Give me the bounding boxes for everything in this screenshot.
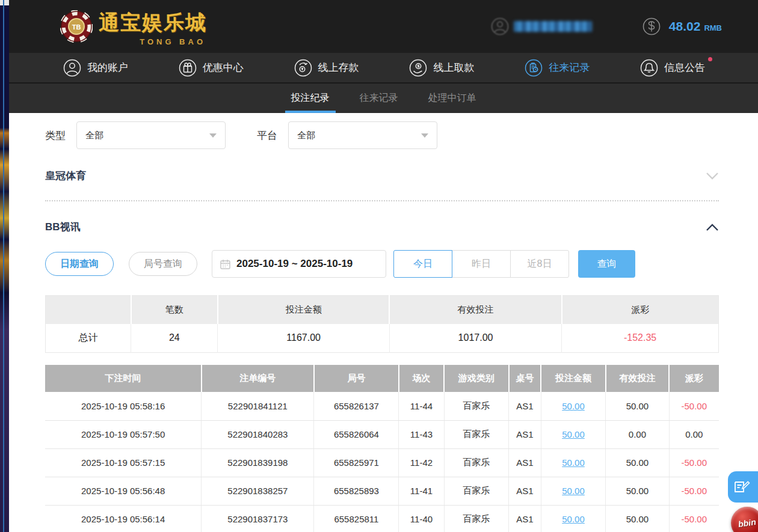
feedback-edit-button[interactable] (728, 471, 758, 503)
summary-bet-amount: 1167.00 (218, 324, 389, 353)
chevron-up-icon[interactable] (706, 223, 719, 231)
quick-range-group: 今日 昨日 近8日 (393, 250, 569, 278)
table-row: 2025-10-19 05:56:48522901838257655825893… (45, 477, 719, 505)
chevron-down-icon[interactable] (706, 172, 719, 180)
deposit-icon (294, 59, 312, 77)
page-root: TB 通宝娱乐城 TONG BAO 48.02 RMB (9, 0, 758, 532)
summary-valid-bet: 1017.00 (389, 324, 561, 353)
bet-amount-link[interactable]: 50.00 (562, 457, 585, 468)
col-round-id: 局号 (314, 365, 399, 392)
nav-item-deposit[interactable]: 线上存款 (294, 59, 359, 77)
summary-header-count: 笔数 (131, 296, 218, 324)
today-button[interactable]: 今日 (393, 250, 452, 278)
brand-name: 通宝娱乐城 (99, 9, 207, 37)
edit-note-icon (733, 478, 750, 495)
main-nav: 我的账户 优惠中心 线上存款 (9, 53, 758, 82)
col-game-type: 游戏类别 (444, 365, 509, 392)
gift-icon (179, 59, 197, 77)
section-title: BB视讯 (45, 220, 81, 234)
summary-header-blank (46, 296, 131, 324)
summary-header-payout: 派彩 (562, 296, 719, 324)
type-select[interactable]: 全部 (76, 121, 226, 149)
balance-amount: 48.02 (669, 19, 701, 34)
tab-pending-orders[interactable]: 处理中订单 (422, 84, 482, 113)
query-bar: 日期查询 局号查询 2025-10-19 ~ 2025-10-19 今日 昨日 … (45, 250, 719, 278)
bet-amount-link[interactable]: 50.00 (562, 429, 585, 439)
summary-total-label: 总计 (46, 324, 131, 353)
bbin-logo: bbin (738, 517, 756, 529)
nav-item-records[interactable]: 往来记录 (525, 59, 590, 77)
platform-select[interactable]: 全部 (288, 121, 437, 149)
section-bb-video[interactable]: BB视讯 (45, 220, 719, 234)
calendar-icon (220, 259, 230, 269)
brand-latin: TONG BAO (140, 37, 206, 46)
search-button[interactable]: 查询 (578, 250, 635, 278)
date-range-input[interactable]: 2025-10-19 ~ 2025-10-19 (212, 250, 386, 278)
platform-filter-label: 平台 (257, 129, 277, 142)
type-filter-label: 类型 (45, 129, 66, 142)
account-icon (63, 59, 81, 77)
bet-amount-link[interactable]: 50.00 (562, 401, 585, 411)
filter-row: 类型 全部 平台 全部 (45, 121, 719, 149)
bet-records-body: 2025-10-19 05:58:16522901841121655826137… (45, 392, 719, 532)
nav-item-my-account[interactable]: 我的账户 (63, 59, 128, 77)
bet-records-table: 下注时间 注单编号 局号 场次 游戏类别 桌号 投注金额 有效投注 派彩 202… (45, 365, 719, 532)
recent-8-days-button[interactable]: 近8日 (510, 250, 569, 278)
nav-item-promotions[interactable]: 优惠中心 (179, 59, 244, 77)
records-icon (525, 59, 543, 77)
section-crown-sports[interactable]: 皇冠体育 (45, 169, 719, 183)
table-row: 2025-10-19 05:58:16522901841121655826137… (45, 392, 719, 420)
notification-dot (708, 57, 712, 61)
username-blurred (514, 21, 592, 32)
summary-count: 24 (131, 324, 218, 353)
tab-bet-records[interactable]: 投注纪录 (285, 84, 336, 113)
content: 类型 全部 平台 全部 皇冠体育 BB视讯 日期查询 局号查询 (9, 113, 758, 532)
col-session: 场次 (399, 365, 444, 392)
section-title: 皇冠体育 (45, 169, 86, 183)
brand-logo[interactable]: TB 通宝娱乐城 TONG BAO (60, 9, 207, 44)
summary-table: 笔数 投注金额 有效投注 派彩 总计 24 1167.00 1017.00 -1… (45, 295, 719, 353)
table-row: 2025-10-19 05:56:14522901837173655825811… (45, 505, 719, 532)
record-tabs: 投注纪录 往来记录 处理中订单 (9, 82, 758, 113)
balance: 48.02 RMB (669, 19, 722, 34)
nav-item-announcements[interactable]: 信息公告 (640, 59, 705, 77)
date-query-button[interactable]: 日期查询 (45, 252, 114, 276)
top-header: TB 通宝娱乐城 TONG BAO 48.02 RMB (9, 0, 758, 53)
withdraw-icon (409, 59, 427, 77)
background-page-sliver (0, 0, 9, 532)
balance-currency: RMB (704, 23, 722, 32)
col-bet-time: 下注时间 (45, 365, 202, 392)
yesterday-button[interactable]: 昨日 (452, 250, 511, 278)
table-row: 2025-10-19 05:57:15522901839198655825971… (45, 448, 719, 477)
nav-item-withdraw[interactable]: 线上取款 (409, 59, 474, 77)
round-query-button[interactable]: 局号查询 (129, 252, 197, 276)
coin-icon (642, 17, 661, 35)
table-row: 2025-10-19 05:57:50522901840283655826064… (45, 420, 719, 448)
col-bet-amount: 投注金额 (541, 365, 606, 392)
tab-transaction-records[interactable]: 往来记录 (354, 84, 404, 113)
bell-icon (640, 59, 658, 77)
bet-amount-link[interactable]: 50.00 (562, 514, 585, 524)
svg-text:TB: TB (72, 23, 81, 31)
col-order-id: 注单编号 (202, 365, 314, 392)
divider (45, 200, 719, 201)
summary-header-valid-bet: 有效投注 (389, 296, 561, 324)
summary-total-row: 总计 24 1167.00 1017.00 -152.35 (46, 324, 719, 353)
user-icon (491, 17, 509, 35)
col-table-no: 桌号 (509, 365, 541, 392)
bet-amount-link[interactable]: 50.00 (562, 486, 585, 496)
col-valid-bet: 有效投注 (606, 365, 669, 392)
summary-header-bet-amount: 投注金额 (218, 296, 389, 324)
col-payout: 派彩 (669, 365, 719, 392)
casino-chip-icon: TB (60, 10, 93, 43)
caret-down-icon (209, 133, 217, 138)
summary-payout: -152.35 (562, 324, 719, 353)
user-account[interactable] (491, 17, 592, 35)
caret-down-icon (421, 133, 428, 138)
